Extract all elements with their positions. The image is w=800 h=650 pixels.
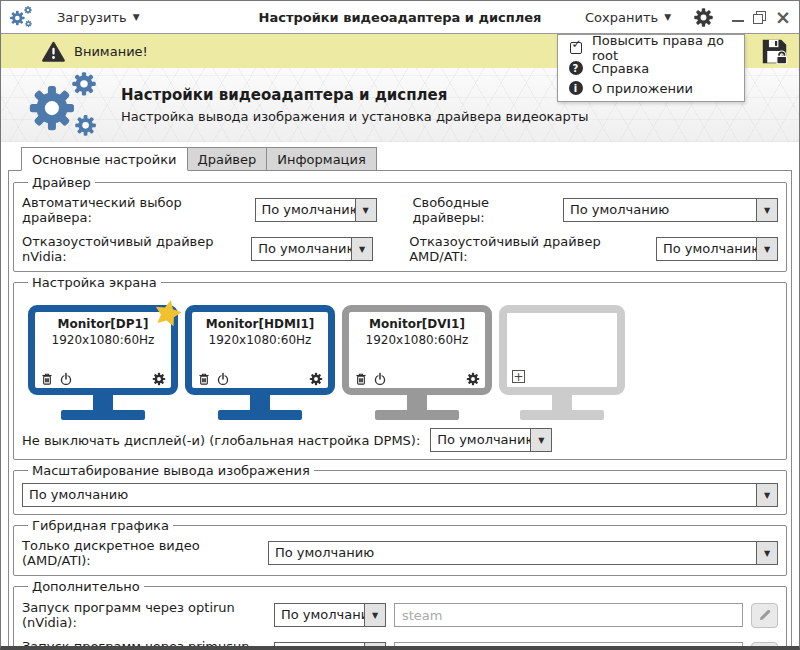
trash-icon[interactable] [197,372,211,386]
checked-checkbox-icon [568,42,583,54]
trash-icon[interactable] [354,372,368,386]
power-icon[interactable] [373,372,387,386]
tab-driver[interactable]: Драйвер [188,147,268,171]
monitor-settings-gear-icon[interactable] [309,372,323,386]
field-label: Только дискретное видео (AMD/ATI): [22,538,268,568]
monitor-stand [552,395,572,410]
menu-item-about[interactable]: i О приложении [558,78,744,98]
monitor-dvi1[interactable]: Monitor[DVI1] 1920x1080:60Hz [342,305,492,420]
save-button-label: Сохранить [585,10,658,25]
tab-panel: Драйвер Автоматический выбор драйвера: П… [8,170,792,650]
dropdown-arrow-icon: ▼ [355,199,376,221]
monitor-dp1[interactable]: Monitor[DP1] 1920x1080:60Hz [28,305,178,420]
add-monitor-icon[interactable]: + [512,370,525,383]
group-extra: Дополнительно Запуск программ через opti… [13,579,787,650]
field-label: Отказоустойчивый драйвер nVidia: [22,234,251,264]
scaling-select[interactable]: По умолчанию ▼ [22,483,778,507]
dropdown-arrow-icon: ▼ [756,238,777,260]
chevron-down-icon: ▼ [664,12,671,22]
primary-star-icon [150,295,186,331]
menu-item-label: Справка [592,61,649,76]
field-label: Запуск программ через primusun (nVidia): [22,639,274,650]
dropdown-arrow-icon: ▼ [756,484,777,506]
monitor-base [218,410,302,420]
dropdown-arrow-icon: ▼ [756,199,777,221]
monitor-name: Monitor[HDMI1] [192,317,328,331]
amd-failsafe-select[interactable]: По умолчанию ▼ [656,237,778,261]
group-extra-legend: Дополнительно [28,579,144,594]
group-screen: Настройка экрана Monitor[DP1] 1920x1080:… [13,275,787,460]
nvidia-failsafe-select[interactable]: По умолчанию ▼ [251,237,373,261]
primusun-select[interactable]: По умолчанию ▼ [274,642,386,650]
group-screen-legend: Настройка экрана [28,275,161,290]
monitor-settings-gear-icon[interactable] [152,372,166,386]
tab-bar: Основные настройки Драйвер Информация [21,147,799,170]
free-drivers-select[interactable]: По умолчанию ▼ [563,198,778,222]
question-circle-icon: ? [568,61,583,75]
dropdown-arrow-icon: ▼ [364,643,385,650]
dpms-label: Не выключать дисплей(-и) (глобальная нас… [22,433,420,448]
load-button-label: Загрузить [57,10,127,25]
trash-icon[interactable] [40,372,54,386]
primusun-program-input[interactable] [394,642,743,650]
field-label: Запуск программ через optirun (nVidia): [22,600,274,630]
warning-triangle-icon [41,40,66,63]
select-value: По умолчанию [564,199,756,221]
monitor-base [520,410,604,420]
app-window: Загрузить ▼ Настройки видеоадаптера и ди… [0,0,800,650]
dropdown-arrow-icon: ▼ [530,429,551,451]
pencil-icon [758,608,772,622]
settings-gear-icon[interactable] [693,7,714,28]
auto-driver-select[interactable]: По умолчанию ▼ [255,198,377,222]
primusun-edit-button[interactable] [751,642,778,650]
monitor-hdmi1[interactable]: Monitor[HDMI1] 1920x1080:60Hz [185,305,335,420]
tab-information[interactable]: Информация [267,147,376,171]
restore-button[interactable] [753,11,766,24]
select-value: По умолчанию [23,484,756,506]
select-value: По умолчанию [252,238,351,260]
group-scaling: Масштабирование вывода изображения По ум… [13,463,787,515]
select-value: По умолчанию [275,604,364,626]
monitor-stand [250,395,270,410]
monitor-stand [93,395,113,410]
close-button[interactable]: × [775,11,791,24]
page-subtitle: Настройка вывода изображения и установка… [121,109,589,124]
group-driver-legend: Драйвер [28,175,95,190]
save-button[interactable]: Сохранить ▼ [577,7,679,28]
menu-item-elevate-root[interactable]: Повысить права до root [558,38,744,58]
field-label: Свободные драйверы: [413,195,564,225]
tab-main-settings[interactable]: Основные настройки [21,147,188,171]
dropdown-arrow-icon: ▼ [351,238,372,260]
info-circle-icon: i [568,81,583,95]
optirun-program-input[interactable] [394,603,743,627]
dropdown-arrow-icon: ▼ [756,542,777,564]
chevron-down-icon: ▼ [133,12,140,22]
power-icon[interactable] [59,372,73,386]
load-button[interactable]: Загрузить ▼ [49,7,148,28]
select-value: По умолчанию [657,238,756,260]
monitor-row: Monitor[DP1] 1920x1080:60Hz Monitor[HDMI… [22,292,778,420]
select-value: По умолчанию [275,643,364,650]
monitor-base [61,410,145,420]
dropdown-arrow-icon: ▼ [364,604,385,626]
settings-menu: Повысить права до root ? Справка i О при… [557,34,745,102]
optirun-edit-button[interactable] [751,603,778,628]
monitor-stand [407,395,427,410]
monitor-add-slot[interactable]: + [499,305,625,420]
monitor-name: Monitor[DVI1] [349,317,485,331]
app-logo-icon [9,5,35,29]
gears-logo-icon [25,69,107,141]
group-driver: Драйвер Автоматический выбор драйвера: П… [13,175,787,272]
title-bar: Загрузить ▼ Настройки видеоадаптера и ди… [1,1,799,34]
optirun-select[interactable]: По умолчанию ▼ [274,603,386,627]
discrete-video-select[interactable]: По умолчанию ▼ [268,541,778,565]
minimize-button[interactable] [732,13,744,22]
monitor-settings-gear-icon[interactable] [466,372,480,386]
monitor-mode: 1920x1080:60Hz [192,333,328,347]
page-title: Настройки видеоадаптера и дисплея [121,86,589,104]
save-as-root-icon[interactable] [760,37,789,66]
monitor-base [375,410,459,420]
power-icon[interactable] [216,372,230,386]
dpms-select[interactable]: По умолчанию ▼ [430,428,552,452]
select-value: По умолчанию [431,429,530,451]
